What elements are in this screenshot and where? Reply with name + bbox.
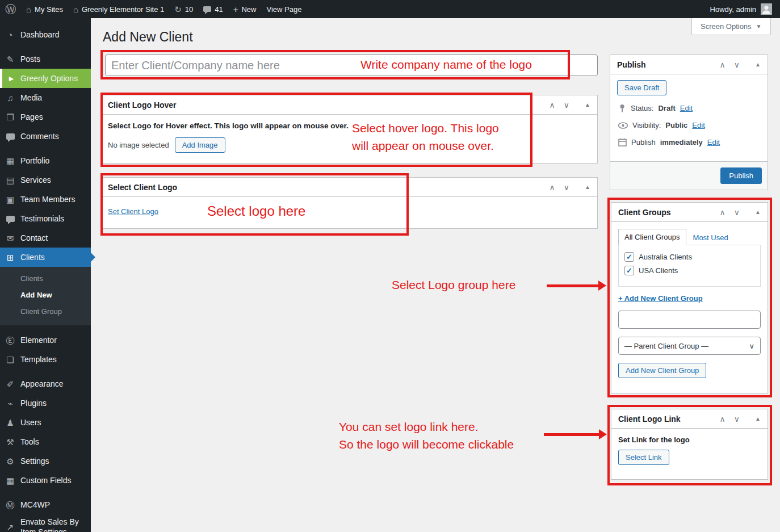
- edit-status-link[interactable]: Edit: [680, 104, 693, 112]
- sidebar-item-mc4wp[interactable]: Ⓜ MC4WP: [0, 495, 91, 514]
- client-group-row[interactable]: ✓ USA Clients: [624, 266, 754, 275]
- no-image-text: No image selected: [108, 141, 169, 149]
- sidebar-item-posts[interactable]: ✎ Posts: [0, 49, 91, 69]
- sidebar-item-team-members[interactable]: ▣ Team Members: [0, 190, 91, 209]
- play-arrow-icon: ▶: [2, 76, 20, 82]
- move-down-icon[interactable]: ∨: [734, 60, 740, 69]
- tab-all-client-groups[interactable]: All Client Groups: [618, 229, 686, 245]
- collapse-toggle-icon[interactable]: ▲: [755, 416, 761, 422]
- sidebar-item-custom-fields[interactable]: ▦ Custom Fields: [0, 471, 91, 490]
- view-page-menu[interactable]: View Page: [262, 0, 307, 18]
- sidebar-item-tools[interactable]: ⚒ Tools: [0, 432, 91, 451]
- parent-client-group-select[interactable]: — Parent Client Group — ∨: [618, 337, 761, 355]
- sidebar-item-dashboard[interactable]: ◔ Dashboard: [0, 25, 91, 44]
- panel-header[interactable]: Client Logo Link ∧ ∨ ▲: [611, 409, 768, 429]
- panel-header[interactable]: Select Client Logo ∧ ∨ ▲: [101, 178, 597, 197]
- edit-visibility-link[interactable]: Edit: [692, 121, 704, 129]
- elementor-icon: Ⓔ: [0, 336, 20, 345]
- folder-icon: ❏: [0, 355, 20, 364]
- sidebar-item-services[interactable]: ▤ Services: [0, 170, 91, 190]
- sidebar-item-comments[interactable]: Comments: [0, 127, 91, 146]
- pushpin-icon: ✎: [0, 55, 20, 64]
- checkbox-checked-icon[interactable]: ✓: [624, 266, 634, 275]
- collapse-toggle-icon[interactable]: ▲: [755, 209, 761, 215]
- sidebar-item-portfolio[interactable]: ▦ Portfolio: [0, 151, 91, 170]
- panel-header[interactable]: Client Logo Hover ∧ ∨ ▲: [101, 95, 597, 115]
- account-menu[interactable]: Howdy, admin: [710, 3, 780, 15]
- schedule-value: immediately: [660, 138, 703, 146]
- move-up-icon[interactable]: ∧: [550, 100, 555, 110]
- sidebar-item-plugins[interactable]: ⌁ Plugins: [0, 393, 91, 413]
- person-icon: ♟: [0, 418, 20, 427]
- my-sites-icon: ⌂: [26, 5, 31, 14]
- collapse-toggle-icon[interactable]: ▲: [755, 61, 761, 68]
- wrench-icon: ⚒: [0, 438, 20, 446]
- dashboard-icon: ◔: [0, 31, 20, 39]
- avatar: [761, 3, 772, 15]
- comments-count: 41: [215, 5, 223, 14]
- updates-count: 10: [185, 5, 193, 14]
- comments-menu[interactable]: 41: [198, 0, 228, 18]
- client-group-label: USA Clients: [639, 266, 678, 275]
- site-name-menu[interactable]: ⌂ Greenly Elementor Site 1: [68, 0, 169, 18]
- updates-menu[interactable]: ↻ 10: [169, 0, 198, 18]
- move-up-icon[interactable]: ∧: [720, 60, 726, 69]
- move-down-icon[interactable]: ∨: [734, 208, 740, 217]
- add-image-button[interactable]: Add Image: [175, 137, 225, 153]
- envelope-icon: ✉: [0, 234, 20, 242]
- my-sites-menu[interactable]: ⌂ My Sites: [21, 0, 68, 18]
- new-group-name-input[interactable]: [618, 311, 761, 329]
- publish-button[interactable]: Publish: [720, 167, 762, 184]
- menu-separator: [0, 146, 91, 151]
- screen-options-tab[interactable]: Screen Options ▼: [691, 18, 771, 35]
- sidebar-item-settings[interactable]: ⚙ Settings: [0, 451, 91, 471]
- wp-logo-button[interactable]: Ⓦ: [0, 0, 21, 18]
- save-draft-button[interactable]: Save Draft: [617, 80, 666, 95]
- add-new-client-group-link[interactable]: + Add New Client Group: [618, 294, 703, 303]
- view-page-label: View Page: [267, 5, 302, 14]
- move-down-icon[interactable]: ∨: [734, 414, 740, 424]
- admin-bar: Ⓦ ⌂ My Sites ⌂ Greenly Elementor Site 1 …: [0, 0, 780, 18]
- wordpress-admin-page: Ⓦ ⌂ My Sites ⌂ Greenly Elementor Site 1 …: [0, 0, 780, 532]
- submenu-item-clients[interactable]: Clients: [0, 270, 91, 287]
- media-icon: ♫: [0, 94, 20, 102]
- move-down-icon[interactable]: ∨: [564, 100, 569, 110]
- sidebar-item-appearance[interactable]: ✐ Appearance: [0, 374, 91, 393]
- select-link-button[interactable]: Select Link: [618, 450, 669, 465]
- chart-up-icon: ↗: [0, 523, 20, 531]
- sidebar-item-users[interactable]: ♟ Users: [0, 413, 91, 432]
- tab-most-used[interactable]: Most Used: [686, 230, 735, 245]
- sidebar-item-pages[interactable]: ❐ Pages: [0, 107, 91, 127]
- panel-title: Publish: [617, 60, 720, 69]
- collapse-toggle-icon[interactable]: ▲: [585, 184, 590, 190]
- collapse-toggle-icon[interactable]: ▲: [585, 102, 590, 108]
- add-new-client-group-button[interactable]: Add New Client Group: [618, 363, 706, 378]
- move-down-icon[interactable]: ∨: [564, 183, 569, 192]
- client-group-row[interactable]: ✓ Australia Clients: [624, 252, 754, 262]
- panel-header[interactable]: Client Groups ∧ ∨ ▲: [611, 203, 768, 222]
- sidebar-item-greenly-options[interactable]: ▶ Greenly Options: [0, 69, 91, 88]
- sidebar-item-media[interactable]: ♫ Media: [0, 88, 91, 107]
- testimonial-bubble-icon: [0, 215, 20, 223]
- move-up-icon[interactable]: ∧: [720, 208, 726, 217]
- set-client-logo-link[interactable]: Set Client Logo: [108, 207, 158, 216]
- client-name-input[interactable]: [105, 55, 598, 76]
- edit-schedule-link[interactable]: Edit: [707, 138, 720, 146]
- panel-title: Client Groups: [618, 208, 720, 217]
- chevron-down-icon: ∨: [749, 342, 754, 350]
- comment-bubble-icon: [0, 132, 20, 141]
- sidebar-item-envato-sales[interactable]: ↗ Envato Sales By Item Settings: [0, 514, 91, 532]
- checkbox-checked-icon[interactable]: ✓: [624, 252, 634, 262]
- move-up-icon[interactable]: ∧: [550, 183, 555, 192]
- sidebar-item-clients[interactable]: ⊞ Clients: [0, 248, 91, 267]
- submenu-item-add-new[interactable]: Add New: [0, 287, 91, 303]
- sidebar-item-templates[interactable]: ❏ Templates: [0, 350, 91, 369]
- status-pin-icon: [618, 104, 626, 112]
- new-content-menu[interactable]: + New: [228, 0, 262, 18]
- panel-header[interactable]: Publish ∧ ∨ ▲: [610, 55, 768, 74]
- sidebar-item-testimonials[interactable]: Testimonials: [0, 209, 91, 228]
- submenu-item-client-group[interactable]: Client Group: [0, 303, 91, 320]
- sidebar-item-elementor[interactable]: Ⓔ Elementor: [0, 330, 91, 350]
- sidebar-item-contact[interactable]: ✉ Contact: [0, 228, 91, 248]
- move-up-icon[interactable]: ∧: [720, 414, 726, 424]
